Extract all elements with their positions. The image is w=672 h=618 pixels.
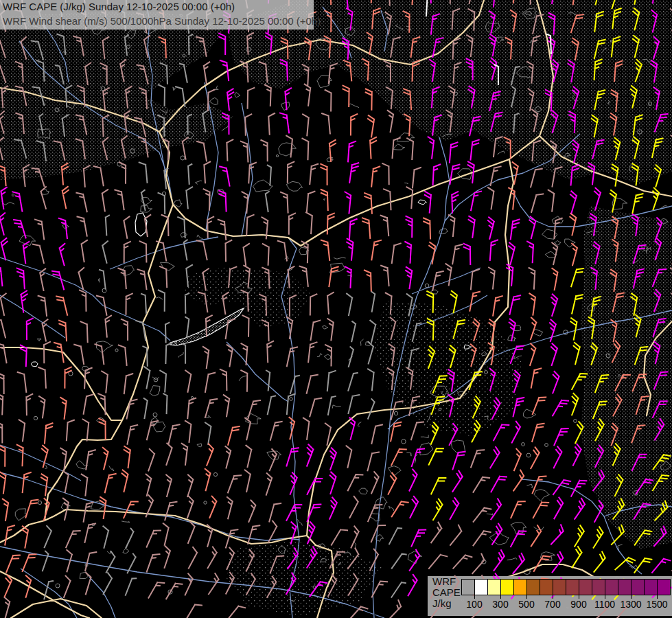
cape-title-line: WRF CAPE (J/kg) Sunday 12-10-2025 00:00 …: [3, 1, 235, 12]
map-title-overlay: WRF CAPE (J/kg) Sunday 12-10-2025 00:00 …: [0, 0, 314, 30]
weather-map-screenshot: WRF CAPE (J/kg) Sunday 12-10-2025 00:00 …: [0, 0, 672, 618]
weather-map-canvas: [0, 0, 672, 618]
wind-shear-title-line: WRF Wind shear (m/s) 500/1000hPa Sunday …: [3, 15, 321, 27]
legend-background-box: [428, 576, 672, 616]
